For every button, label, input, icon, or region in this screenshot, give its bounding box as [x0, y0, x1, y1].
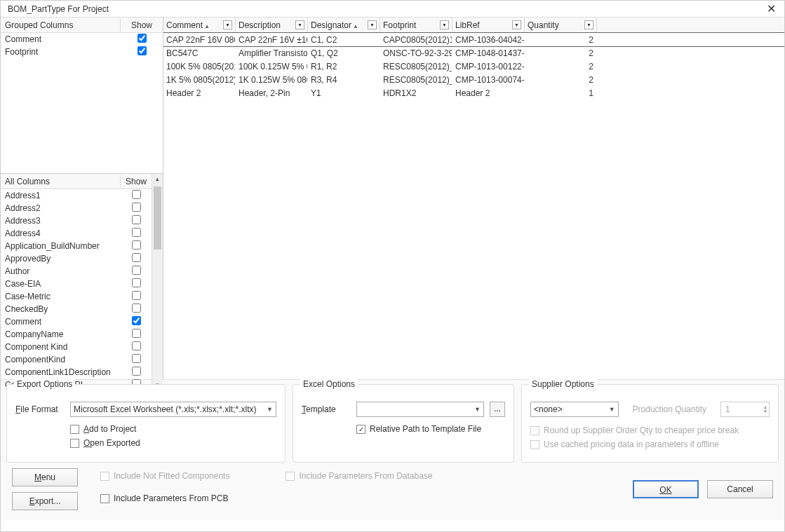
- all-show-label[interactable]: Show: [121, 177, 152, 186]
- cell-description[interactable]: Amplifier Transistor,: [236, 48, 308, 59]
- cell-libref[interactable]: CMP-1036-04042-: [452, 34, 525, 46]
- cell-footprint[interactable]: RESC0805(2012)_N: [380, 61, 452, 72]
- add-to-project-check[interactable]: Add to Project: [70, 424, 276, 434]
- cell-designator[interactable]: Q1, Q2: [308, 48, 380, 59]
- cell-comment[interactable]: 100K 5% 0805(2012: [163, 61, 236, 72]
- open-exported-check[interactable]: Open Exported: [70, 438, 276, 448]
- grouped-row[interactable]: Comment: [1, 33, 163, 46]
- all-columns-scrollbar[interactable]: ▴ ▾: [152, 174, 163, 391]
- all-columns-row[interactable]: Address1: [1, 189, 152, 202]
- grid-row[interactable]: CAP 22nF 16V 0805 CAP 22nF 16V ±10% C1, …: [163, 33, 784, 46]
- all-columns-row[interactable]: Address4: [1, 227, 152, 240]
- cell-quantity[interactable]: 2: [525, 74, 597, 86]
- all-row-checkbox[interactable]: [132, 203, 141, 212]
- grouped-header-label[interactable]: Grouped Columns: [1, 19, 121, 32]
- all-columns-row[interactable]: Case-EIA: [1, 278, 152, 290]
- cell-comment[interactable]: 1K 5% 0805(2012): [163, 74, 236, 86]
- all-columns-row[interactable]: ComponentLink1Description: [1, 366, 152, 378]
- col-designator[interactable]: Designator▲ ▼: [308, 18, 380, 32]
- all-row-checkbox[interactable]: [132, 228, 141, 237]
- cell-footprint[interactable]: RESC0805(2012)_N: [380, 74, 452, 86]
- cell-quantity[interactable]: 2: [525, 61, 597, 72]
- all-header-label[interactable]: All Columns: [1, 175, 121, 188]
- all-row-checkbox[interactable]: [132, 215, 141, 224]
- grid-row[interactable]: Header 2 Header, 2-Pin Y1 HDR1X2 Header …: [163, 86, 784, 100]
- filter-dropdown-icon[interactable]: ▼: [223, 20, 232, 29]
- all-columns-row[interactable]: CheckedBy: [1, 303, 152, 315]
- cell-footprint[interactable]: ONSC-TO-92-3-29: [380, 48, 452, 59]
- cell-designator[interactable]: R1, R2: [308, 61, 380, 72]
- all-columns-row[interactable]: CompanyName: [1, 328, 152, 341]
- all-columns-row[interactable]: Case-Metric: [1, 290, 152, 303]
- all-row-checkbox[interactable]: [132, 329, 141, 338]
- col-description[interactable]: Description ▼: [236, 18, 308, 32]
- filter-dropdown-icon[interactable]: ▼: [512, 20, 521, 29]
- checkbox-icon[interactable]: ✓: [356, 425, 365, 434]
- all-row-checkbox[interactable]: [132, 266, 141, 275]
- grouped-row-checkbox[interactable]: [137, 34, 147, 43]
- col-libref[interactable]: LibRef ▼: [452, 18, 525, 32]
- cell-footprint[interactable]: HDR1X2: [380, 88, 452, 99]
- all-row-checkbox[interactable]: [132, 278, 141, 287]
- cell-description[interactable]: Header, 2-Pin: [236, 88, 308, 99]
- cell-footprint[interactable]: CAPC0805(2012)140: [380, 34, 452, 46]
- cancel-button[interactable]: Cancel: [707, 480, 773, 498]
- cell-description[interactable]: CAP 22nF 16V ±10%: [236, 34, 308, 46]
- template-combo[interactable]: ▼: [356, 402, 484, 417]
- cell-designator[interactable]: R3, R4: [308, 74, 380, 86]
- cell-libref[interactable]: CMP-1048-01437-: [452, 48, 525, 59]
- include-params-pcb-check[interactable]: Include Parameters From PCB: [100, 493, 228, 503]
- grouped-row[interactable]: Footprint: [1, 46, 163, 58]
- checkbox-icon[interactable]: [70, 439, 79, 448]
- supplier-combo[interactable]: <none> ▼: [530, 402, 619, 417]
- cell-libref[interactable]: Header 2: [452, 88, 525, 99]
- filter-dropdown-icon[interactable]: ▼: [368, 20, 377, 29]
- col-footprint[interactable]: Footprint ▼: [380, 18, 452, 32]
- file-format-combo[interactable]: Microsoft Excel Worksheet (*.xls;*.xlsx;…: [70, 402, 276, 417]
- all-columns-row[interactable]: Application_BuildNumber: [1, 240, 152, 252]
- all-row-checkbox[interactable]: [132, 367, 141, 376]
- all-row-checkbox[interactable]: [132, 303, 141, 313]
- all-row-checkbox[interactable]: [132, 316, 141, 325]
- filter-dropdown-icon[interactable]: ▼: [295, 20, 304, 29]
- grid-row[interactable]: BC547C Amplifier Transistor, Q1, Q2 ONSC…: [163, 46, 784, 60]
- all-row-checkbox[interactable]: [132, 354, 141, 363]
- scroll-up-icon[interactable]: ▴: [152, 174, 163, 185]
- export-button[interactable]: Export...: [12, 492, 78, 510]
- grouped-row-checkbox[interactable]: [137, 46, 147, 55]
- close-icon[interactable]: ✕: [763, 2, 780, 15]
- cell-description[interactable]: 1K 0.125W 5% 0805: [236, 74, 308, 86]
- all-row-checkbox[interactable]: [132, 190, 141, 199]
- cell-quantity[interactable]: 1: [525, 88, 597, 99]
- grid-row[interactable]: 100K 5% 0805(2012 100K 0.125W 5% 08 R1, …: [163, 60, 784, 73]
- all-columns-row[interactable]: Component Kind: [1, 341, 152, 353]
- cell-description[interactable]: 100K 0.125W 5% 08: [236, 61, 308, 72]
- template-browse-button[interactable]: ...: [490, 402, 505, 417]
- scroll-thumb[interactable]: [154, 186, 161, 250]
- all-row-checkbox[interactable]: [132, 240, 141, 250]
- relative-path-check[interactable]: ✓ Relative Path to Template File: [356, 424, 505, 434]
- all-columns-row[interactable]: Address3: [1, 214, 152, 227]
- ok-button[interactable]: OK: [633, 480, 699, 498]
- checkbox-icon[interactable]: [70, 425, 79, 434]
- cell-quantity[interactable]: 2: [525, 48, 597, 59]
- menu-button[interactable]: Menu: [12, 468, 78, 486]
- all-columns-row[interactable]: ComponentKind: [1, 353, 152, 366]
- all-columns-row[interactable]: ApprovedBy: [1, 252, 152, 265]
- all-row-checkbox[interactable]: [132, 291, 141, 300]
- cell-comment[interactable]: BC547C: [163, 48, 236, 59]
- all-row-checkbox[interactable]: [132, 341, 141, 350]
- filter-dropdown-icon[interactable]: ▼: [440, 20, 449, 29]
- all-row-checkbox[interactable]: [132, 253, 141, 262]
- cell-designator[interactable]: Y1: [308, 88, 380, 99]
- col-quantity[interactable]: Quantity ▼: [525, 18, 597, 32]
- grid-row[interactable]: 1K 5% 0805(2012) 1K 0.125W 5% 0805 R3, R…: [163, 73, 784, 86]
- cell-comment[interactable]: Header 2: [163, 88, 236, 99]
- cell-quantity[interactable]: 2: [525, 34, 597, 46]
- all-columns-row[interactable]: Address2: [1, 202, 152, 214]
- grouped-show-label[interactable]: Show: [121, 20, 163, 30]
- checkbox-icon[interactable]: [100, 494, 109, 503]
- all-columns-row[interactable]: Author: [1, 265, 152, 278]
- cell-libref[interactable]: CMP-1013-00122-: [452, 61, 525, 72]
- cell-comment[interactable]: CAP 22nF 16V 0805: [163, 34, 236, 46]
